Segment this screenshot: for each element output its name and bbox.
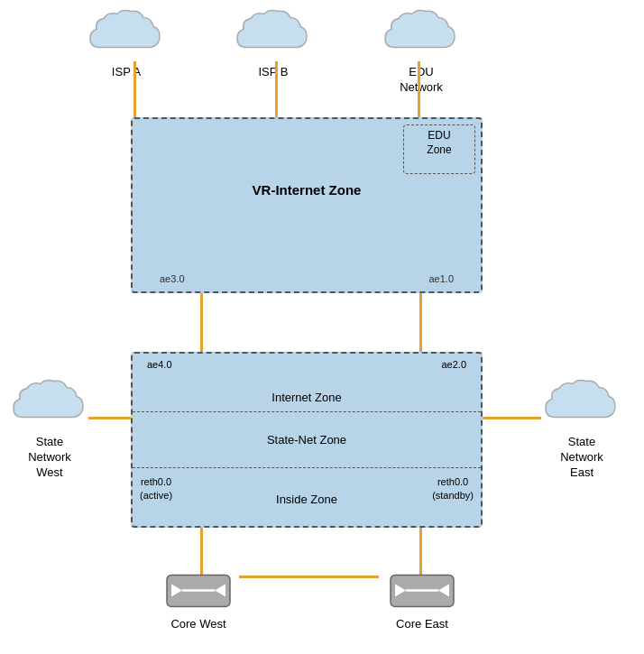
cloud-isp-a-label: ISP A [112,65,141,80]
cloud-state-east: StateNetworkEast [541,374,622,481]
edu-zone-box: EDUZone [403,124,475,174]
cloud-edu-network-label: EDUNetwork [400,65,443,96]
cloud-state-west-label: StateNetworkWest [28,435,71,481]
connector-ae1-ae2 [419,293,422,352]
connector-edu-vr [418,61,420,117]
connector-box-east [483,417,541,419]
ae2-label: ae2.0 [441,359,466,370]
ae4-label: ae4.0 [147,359,172,370]
cloud-isp-b-label: ISP B [258,65,288,80]
connector-ispa-vr [133,61,136,117]
cloud-isp-b: ISP B [233,5,314,80]
inside-zone-section: reth0.0(active) Inside Zone reth0.0(stan… [133,468,481,530]
ae3-label: ae3.0 [160,273,185,284]
core-east-label: Core East [396,617,448,631]
ae1-label: ae1.0 [428,273,454,284]
vr-internet-zone-box: EDUZone VR-Internet Zone ae3.0 ae1.0 [131,117,483,293]
main-zone-box: ae4.0 ae2.0 Internet Zone State-Net Zone… [131,352,483,528]
connector-ispb-vr [275,61,278,117]
network-diagram: ISP A ISP B EDUNetwork StateNetworkWest … [0,0,644,654]
state-net-zone-section: State-Net Zone [133,412,481,468]
cloud-state-west: StateNetworkWest [9,374,90,481]
router-core-east: Core East [386,564,458,631]
internet-zone-label: Internet Zone [271,391,341,404]
internet-zone-section: ae4.0 ae2.0 Internet Zone [133,354,481,412]
state-net-zone-label: State-Net Zone [267,433,346,447]
connector-cores [239,576,379,578]
inside-zone-label: Inside Zone [276,493,337,506]
connector-west-box [88,417,131,419]
cloud-isp-a: ISP A [86,5,167,80]
reth0-standby-label: reth0.0(standby) [432,475,474,503]
router-core-west: Core West [162,564,235,631]
edu-zone-label: EDUZone [404,125,474,161]
cloud-state-east-label: StateNetworkEast [560,435,603,481]
core-west-label: Core West [170,617,225,631]
cloud-edu-network: EDUNetwork [381,5,462,96]
reth0-active-label: reth0.0(active) [140,475,172,503]
connector-ae3-ae4 [200,293,203,352]
